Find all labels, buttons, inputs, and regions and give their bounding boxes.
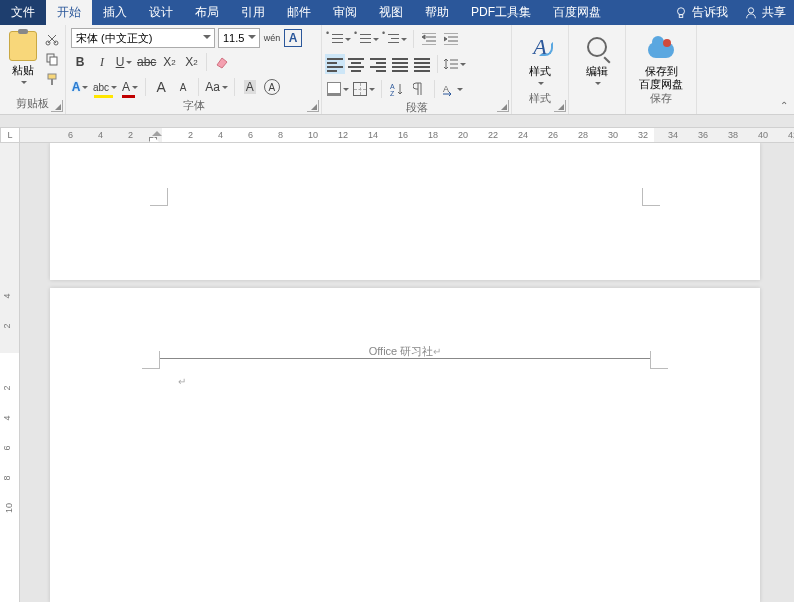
align-center-button[interactable] (347, 54, 365, 74)
clear-formatting-button[interactable] (213, 52, 231, 72)
show-marks-button[interactable] (410, 79, 428, 99)
align-right-button[interactable] (369, 54, 387, 74)
tab-view[interactable]: 视图 (368, 0, 414, 25)
svg-rect-6 (50, 57, 57, 65)
align-justify-button[interactable] (391, 54, 409, 74)
superscript-button[interactable]: X2 (182, 52, 200, 72)
tab-design[interactable]: 设计 (138, 0, 184, 25)
font-size-combo[interactable]: 11.5 (218, 28, 260, 48)
tab-review[interactable]: 审阅 (322, 0, 368, 25)
asian-layout-button[interactable]: A (441, 79, 463, 99)
svg-point-0 (678, 7, 685, 14)
cloud-icon (648, 42, 674, 58)
chevron-down-icon (111, 86, 117, 92)
chevron-down-icon (401, 38, 407, 44)
align-distributed-button[interactable] (413, 54, 431, 74)
save-to-baidu-button[interactable]: 保存到百度网盘 (631, 28, 691, 91)
styles-button[interactable]: A 样式 (517, 28, 563, 91)
document-area[interactable]: Office 研习社↵ ↵ (20, 143, 794, 602)
svg-text:Z: Z (390, 90, 395, 96)
chevron-down-icon (248, 35, 256, 43)
tab-home[interactable]: 开始 (46, 0, 92, 25)
separator (206, 53, 207, 71)
dialog-launcher-font[interactable] (307, 100, 319, 112)
dialog-launcher-styles[interactable] (554, 100, 566, 112)
ruler-corner[interactable]: L (0, 127, 20, 143)
font-name-combo[interactable]: 宋体 (中文正文) (71, 28, 215, 48)
align-center-icon (348, 57, 364, 71)
tab-mailings[interactable]: 邮件 (276, 0, 322, 25)
hanging-indent-marker[interactable] (149, 137, 157, 142)
shrink-font-button[interactable]: A (174, 77, 192, 97)
group-font: 宋体 (中文正文) 11.5 wén A B I U abc X2 X2 A a… (66, 25, 322, 114)
tab-pdf-tools[interactable]: PDF工具集 (460, 0, 542, 25)
character-border-button[interactable]: A (284, 28, 302, 48)
ruler-tick: 10 (4, 503, 14, 513)
dialog-launcher-paragraph[interactable] (497, 100, 509, 112)
tab-insert[interactable]: 插入 (92, 0, 138, 25)
horizontal-ruler[interactable]: 6422468101214161820222426283032343638404… (20, 127, 794, 143)
ruler-tick: 38 (728, 130, 738, 140)
chevron-down-icon (369, 88, 375, 94)
decrease-indent-button[interactable] (420, 29, 438, 49)
tab-help[interactable]: 帮助 (414, 0, 460, 25)
group-styles: A 样式 样式 (512, 25, 569, 114)
highlight-button[interactable]: abc (93, 77, 117, 97)
subscript-button[interactable]: X2 (160, 52, 178, 72)
underline-button[interactable]: U (115, 52, 133, 72)
ruler-tick: 4 (98, 130, 103, 140)
editing-button[interactable]: 编辑 (574, 28, 620, 91)
dialog-launcher-clipboard[interactable] (51, 100, 63, 112)
chevron-down-icon (595, 82, 601, 88)
sort-button[interactable]: AZ (388, 79, 406, 99)
numbering-button[interactable] (355, 29, 379, 49)
text-effects-button[interactable]: A (71, 77, 89, 97)
tab-references[interactable]: 引用 (230, 0, 276, 25)
separator (413, 30, 414, 48)
enclose-characters-button[interactable]: A (263, 77, 281, 97)
ruler-tick: 24 (518, 130, 528, 140)
page-header-text[interactable]: Office 研习社↵ (369, 344, 442, 359)
align-left-icon (327, 57, 343, 71)
collapse-ribbon-button[interactable]: ⌃ (780, 100, 788, 111)
bold-button[interactable]: B (71, 52, 89, 72)
multilevel-icon (383, 32, 399, 46)
tab-baidu-netdisk[interactable]: 百度网盘 (542, 0, 612, 25)
ruler-tick: 4 (2, 415, 12, 420)
svg-text:A: A (443, 84, 449, 94)
phonetic-guide-button[interactable]: wén (263, 28, 281, 48)
vertical-ruler[interactable]: 42246810 (0, 143, 20, 602)
svg-rect-7 (48, 74, 56, 79)
page-current[interactable]: Office 研习社↵ ↵ (50, 288, 760, 602)
ribbon-tab-bar: 文件 开始 插入 设计 布局 引用 邮件 审阅 视图 帮助 PDF工具集 百度网… (0, 0, 794, 25)
cut-button[interactable] (44, 31, 60, 47)
borders-button[interactable] (353, 79, 375, 99)
eraser-icon (214, 55, 230, 69)
change-case-button[interactable]: Aa (205, 77, 228, 97)
ruler-tick: 20 (458, 130, 468, 140)
group-paragraph: AZ A 段落 (322, 25, 512, 114)
bullets-button[interactable] (327, 29, 351, 49)
align-left-button[interactable] (325, 54, 345, 74)
multilevel-list-button[interactable] (383, 29, 407, 49)
italic-button[interactable]: I (93, 52, 111, 72)
group-label-font: 字体 (71, 98, 316, 114)
margin-corner-mark (650, 351, 668, 369)
increase-indent-button[interactable] (442, 29, 460, 49)
paste-label: 粘贴 (12, 63, 34, 78)
tell-me-button[interactable]: 告诉我 (666, 0, 736, 25)
format-painter-button[interactable] (44, 71, 60, 87)
page-previous[interactable] (50, 143, 760, 280)
character-shading-button[interactable]: A (241, 77, 259, 97)
line-spacing-button[interactable] (444, 54, 466, 74)
font-color-button[interactable]: A (121, 77, 139, 97)
copy-button[interactable] (44, 51, 60, 67)
shading-button[interactable] (327, 79, 349, 99)
share-button[interactable]: 共享 (736, 0, 794, 25)
magnifier-icon (587, 37, 607, 57)
strikethrough-button[interactable]: abc (137, 52, 156, 72)
paste-button[interactable]: 粘贴 (5, 28, 41, 96)
tab-file[interactable]: 文件 (0, 0, 46, 25)
grow-font-button[interactable]: A (152, 77, 170, 97)
tab-layout[interactable]: 布局 (184, 0, 230, 25)
